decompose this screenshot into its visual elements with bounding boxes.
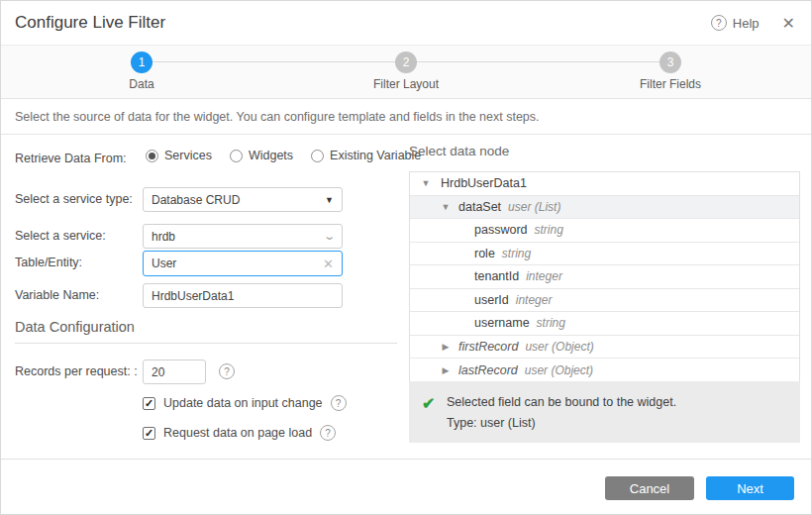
retrieve-data-from-label: Retrieve Data From:	[15, 152, 127, 165]
service-select[interactable]: hrdb ⌄	[143, 224, 343, 249]
retrieve-data-radio-group: Services Widgets Existing Variable	[146, 149, 421, 162]
table-entity-input[interactable]: User ✕	[143, 251, 343, 276]
tree-node-name: lastRecord	[458, 363, 518, 377]
chevron-down-icon: ⌄	[323, 230, 336, 243]
service-label: Select a service:	[15, 229, 106, 243]
step-description: Select the source of data for the widget…	[1, 99, 811, 135]
variable-name-label: Variable Name:	[15, 288, 99, 302]
update-data-label: Update data on input change	[163, 396, 323, 410]
caret-right-icon[interactable]: ▶	[440, 365, 452, 375]
table-entity-value: User	[152, 257, 176, 270]
tree-node-name: userId	[474, 293, 509, 307]
footer-divider	[1, 459, 811, 460]
radio-widgets-label: Widgets	[249, 149, 293, 162]
radio-widgets[interactable]: Widgets	[230, 149, 293, 162]
radio-services[interactable]: Services	[146, 149, 212, 162]
tree-node-name: firstRecord	[458, 340, 518, 354]
section-divider	[15, 343, 397, 344]
tree-node-name: tenantId	[474, 269, 519, 283]
caret-down-icon[interactable]: ▼	[440, 202, 452, 212]
caret-right-icon[interactable]: ▶	[440, 342, 452, 352]
update-data-checkbox[interactable]: ✓	[143, 397, 155, 410]
binding-status-message: ✔ Selected field can be bound to the wid…	[409, 381, 800, 443]
table-entity-label: Table/Entity:	[15, 256, 82, 269]
request-data-help-icon[interactable]: ?	[320, 425, 336, 441]
step-2-circle[interactable]: 2	[395, 52, 417, 73]
service-type-label: Select a service type:	[15, 192, 133, 206]
request-data-checkbox-row: ✓ Request data on page load ?	[143, 425, 336, 441]
radio-existing-variable[interactable]: Existing Variable	[311, 149, 421, 162]
tree-row-password[interactable]: password string	[410, 219, 799, 243]
step-2-label: Filter Layout	[347, 77, 465, 91]
stepper-line-2	[417, 61, 660, 62]
records-per-request-input[interactable]	[143, 360, 206, 384]
tree-node-type: string	[502, 247, 531, 260]
binding-status-line2: Type: user (List)	[447, 413, 786, 434]
request-data-checkbox[interactable]: ✓	[143, 427, 155, 440]
radio-selected-icon	[146, 150, 158, 162]
tree-row-tenantid[interactable]: tenantId integer	[410, 265, 799, 289]
radio-existing-variable-label: Existing Variable	[330, 149, 421, 162]
tree-node-name: password	[474, 223, 528, 237]
tree-row-userid[interactable]: userId integer	[410, 289, 799, 313]
service-value: hrdb	[152, 230, 175, 244]
radio-unselected-icon	[311, 150, 324, 162]
dialog-header: Configure Live Filter ? Help ✕	[1, 1, 811, 45]
tree-row-dataset[interactable]: ▼ dataSet user (List)	[410, 196, 799, 220]
data-node-tree: ▼ HrdbUserData1 ▼ dataSet user (List) pa…	[409, 171, 800, 383]
service-type-select[interactable]: Database CRUD ▼	[143, 187, 343, 212]
help-button[interactable]: ? Help	[711, 15, 760, 31]
tree-node-type: string	[535, 223, 563, 237]
help-icon: ?	[711, 15, 727, 31]
records-per-request-label: Records per request: :	[15, 364, 138, 378]
records-help-icon[interactable]: ?	[219, 363, 235, 379]
clear-icon[interactable]: ✕	[323, 257, 334, 271]
tree-node-name: username	[474, 316, 530, 330]
tree-node-type: integer	[516, 293, 553, 307]
update-data-help-icon[interactable]: ?	[331, 395, 347, 411]
step-3-label: Filter Fields	[611, 77, 730, 91]
tree-node-name: role	[474, 247, 495, 260]
request-data-label: Request data on page load	[163, 426, 312, 440]
step-1-circle[interactable]: 1	[131, 52, 152, 73]
tree-row-role[interactable]: role string	[410, 243, 799, 266]
select-data-node-title: Select data node	[409, 144, 509, 158]
tree-node-type: string	[537, 316, 565, 330]
radio-unselected-icon	[230, 150, 243, 162]
tree-row-firstrecord[interactable]: ▶ firstRecord user (Object)	[410, 336, 799, 360]
tree-row-hrdbuserdata1[interactable]: ▼ HrdbUserData1	[410, 172, 799, 196]
dialog-title: Configure Live Filter	[15, 13, 165, 33]
stepper-line-1	[152, 61, 395, 62]
tree-row-username[interactable]: username string	[410, 312, 799, 336]
cancel-button[interactable]: Cancel	[605, 476, 694, 500]
radio-services-label: Services	[164, 149, 212, 162]
step-3-circle[interactable]: 3	[660, 52, 681, 73]
service-type-value: Database CRUD	[152, 193, 240, 207]
data-configuration-title: Data Configuration	[15, 319, 135, 335]
help-label: Help	[733, 16, 760, 31]
variable-name-input[interactable]	[143, 283, 343, 308]
dialog-content: Retrieve Data From: Services Widgets Exi…	[1, 135, 811, 514]
dropdown-arrow-icon: ▼	[325, 195, 334, 205]
tree-node-type: user (Object)	[525, 340, 593, 354]
next-button[interactable]: Next	[706, 476, 794, 500]
binding-status-line1: Selected field can be bound to the widge…	[447, 392, 786, 413]
tree-node-name: dataSet	[458, 200, 501, 214]
tree-row-lastrecord[interactable]: ▶ lastRecord user (Object)	[410, 359, 799, 382]
tree-node-type: user (Object)	[525, 363, 593, 377]
wizard-stepper: 1 2 3 Data Filter Layout Filter Fields	[1, 45, 811, 99]
close-icon[interactable]: ✕	[782, 14, 795, 33]
tree-node-type: user (List)	[508, 200, 560, 214]
success-check-icon: ✔	[422, 394, 435, 413]
step-1-label: Data	[82, 77, 201, 91]
tree-node-type: integer	[526, 269, 562, 283]
caret-down-icon[interactable]: ▼	[420, 178, 432, 188]
configure-live-filter-dialog: Configure Live Filter ? Help ✕ 1 2 3 Dat…	[0, 0, 812, 515]
update-data-checkbox-row: ✓ Update data on input change ?	[143, 395, 347, 411]
tree-node-name: HrdbUserData1	[441, 176, 527, 190]
